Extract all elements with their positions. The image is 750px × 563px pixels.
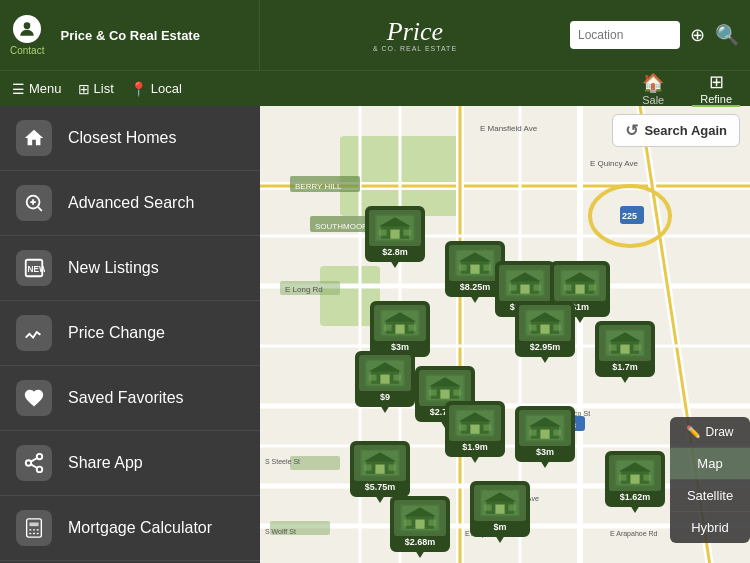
sidebar-item-advanced-search[interactable]: Advanced Search bbox=[0, 171, 260, 236]
svg-rect-135 bbox=[470, 425, 479, 434]
marker-image-1 bbox=[449, 245, 501, 281]
marker-image-3 bbox=[554, 265, 606, 301]
marker-image-14 bbox=[474, 485, 526, 521]
svg-text:S Wolff St: S Wolff St bbox=[265, 528, 296, 535]
property-marker-13[interactable]: $2.68m bbox=[390, 496, 450, 552]
svg-text:S Steele St: S Steele St bbox=[265, 458, 300, 465]
marker-image-9 bbox=[449, 405, 501, 441]
sidebar: Closest Homes Advanced Search NEW New Li… bbox=[0, 106, 260, 563]
list-button[interactable]: ⊞ List bbox=[78, 81, 114, 97]
svg-rect-94 bbox=[564, 285, 572, 291]
svg-rect-171 bbox=[484, 505, 492, 511]
refine-label: Refine bbox=[700, 93, 732, 105]
contact-avatar bbox=[13, 15, 41, 43]
sidebar-item-share-app[interactable]: Share App bbox=[0, 431, 260, 496]
header-right: ⊕ 🔍 bbox=[570, 0, 750, 70]
location-icon-button[interactable]: ⊕ bbox=[686, 21, 709, 49]
sidebar-item-saved-favorites[interactable]: Saved Favorites bbox=[0, 366, 260, 431]
svg-rect-81 bbox=[483, 265, 491, 271]
map-ctrl-draw-button[interactable]: ✏️Draw bbox=[670, 417, 750, 448]
map-ctrl-hybrid-label[interactable]: Hybrid bbox=[670, 512, 750, 543]
marker-price-6: $9 bbox=[377, 391, 393, 403]
property-marker-8[interactable]: $1.7m bbox=[595, 321, 655, 377]
advanced-search-icon bbox=[16, 185, 52, 221]
property-marker-6[interactable]: $9 bbox=[355, 351, 415, 407]
marker-image-2 bbox=[499, 265, 551, 301]
marker-price-14: $m bbox=[490, 521, 509, 533]
location-input[interactable] bbox=[570, 21, 680, 49]
map-ctrl-map-label[interactable]: Map bbox=[670, 448, 750, 480]
map-ctrl-satellite-label[interactable]: Satellite bbox=[670, 480, 750, 512]
svg-rect-142 bbox=[540, 430, 549, 439]
refresh-icon: ↺ bbox=[625, 121, 638, 140]
svg-rect-158 bbox=[643, 475, 651, 481]
brand-name: Price & Co Real Estate bbox=[60, 28, 199, 43]
logo-sub: & CO. REAL ESTATE bbox=[373, 45, 457, 52]
svg-rect-101 bbox=[384, 325, 392, 331]
svg-rect-128 bbox=[620, 345, 629, 354]
marker-image-6 bbox=[359, 355, 411, 391]
local-button[interactable]: 📍 Local bbox=[130, 81, 182, 97]
svg-rect-165 bbox=[428, 520, 436, 526]
svg-line-9 bbox=[31, 464, 37, 468]
sub-header-left: ☰ Menu ⊞ List 📍 Local bbox=[0, 81, 260, 97]
new-listings-icon: NEW bbox=[16, 250, 52, 286]
menu-button[interactable]: ☰ Menu bbox=[12, 81, 62, 97]
svg-text:NEW: NEW bbox=[28, 265, 45, 274]
marker-image-0 bbox=[369, 210, 421, 246]
sale-icon: 🏠 bbox=[642, 72, 664, 94]
svg-point-7 bbox=[26, 460, 32, 466]
sidebar-label-mortgage-calculator: Mortgage Calculator bbox=[68, 519, 212, 537]
share-app-icon bbox=[16, 445, 52, 481]
svg-text:E Long Rd: E Long Rd bbox=[285, 285, 323, 294]
svg-point-0 bbox=[24, 22, 31, 29]
property-marker-5[interactable]: $2.95m bbox=[515, 301, 575, 357]
svg-rect-11 bbox=[27, 519, 42, 537]
refine-tab[interactable]: ⊞ Refine bbox=[692, 71, 740, 107]
sidebar-item-closest-homes[interactable]: Closest Homes bbox=[0, 106, 260, 171]
property-marker-12[interactable]: $1.62m bbox=[605, 451, 665, 507]
marker-price-9: $1.9m bbox=[459, 441, 491, 453]
marker-image-12 bbox=[609, 455, 661, 491]
property-marker-4[interactable]: $3m bbox=[370, 301, 430, 357]
sale-tab[interactable]: 🏠 Sale bbox=[634, 72, 672, 106]
marker-image-11 bbox=[354, 445, 406, 481]
svg-rect-156 bbox=[630, 475, 639, 484]
marker-price-0: $2.8m bbox=[379, 246, 411, 258]
svg-text:225: 225 bbox=[622, 211, 637, 221]
svg-point-6 bbox=[37, 454, 43, 460]
sidebar-item-price-change[interactable]: Price Change bbox=[0, 301, 260, 366]
property-marker-9[interactable]: $1.9m bbox=[445, 401, 505, 457]
svg-rect-122 bbox=[429, 390, 437, 396]
svg-text:BERRY HILL: BERRY HILL bbox=[295, 182, 342, 191]
sidebar-label-new-listings: New Listings bbox=[68, 259, 159, 277]
sidebar-label-saved-favorites: Saved Favorites bbox=[68, 389, 184, 407]
list-label: List bbox=[94, 81, 114, 96]
map-area[interactable]: BERRY HILL SOUTHMOOR E Long Rd S Steele … bbox=[260, 106, 750, 563]
svg-rect-114 bbox=[380, 375, 389, 384]
sidebar-item-new-listings[interactable]: NEW New Listings bbox=[0, 236, 260, 301]
mortgage-calculator-icon bbox=[16, 510, 52, 546]
sidebar-label-closest-homes: Closest Homes bbox=[68, 129, 176, 147]
list-icon: ⊞ bbox=[78, 81, 90, 97]
property-marker-14[interactable]: $m bbox=[470, 481, 530, 537]
contact-area[interactable]: Contact bbox=[10, 15, 44, 56]
app-header: Contact Price & Co Real Estate Price & C… bbox=[0, 0, 750, 70]
svg-rect-88 bbox=[533, 285, 541, 291]
marker-image-4 bbox=[374, 305, 426, 341]
property-marker-0[interactable]: $2.8m bbox=[365, 206, 425, 262]
marker-price-11: $5.75m bbox=[362, 481, 399, 493]
svg-rect-116 bbox=[393, 375, 401, 381]
property-marker-11[interactable]: $5.75m bbox=[350, 441, 410, 497]
svg-rect-93 bbox=[575, 285, 584, 294]
svg-rect-172 bbox=[508, 505, 516, 511]
svg-rect-86 bbox=[520, 285, 529, 294]
header-left: Contact Price & Co Real Estate bbox=[0, 0, 260, 70]
closest-homes-icon bbox=[16, 120, 52, 156]
search-icon-button[interactable]: 🔍 bbox=[715, 21, 740, 49]
logo-text: Price bbox=[387, 19, 443, 45]
property-marker-10[interactable]: $3m bbox=[515, 406, 575, 462]
svg-point-8 bbox=[37, 467, 43, 473]
search-again-button[interactable]: ↺ Search Again bbox=[612, 114, 740, 147]
sidebar-item-mortgage-calculator[interactable]: Mortgage Calculator bbox=[0, 496, 260, 561]
